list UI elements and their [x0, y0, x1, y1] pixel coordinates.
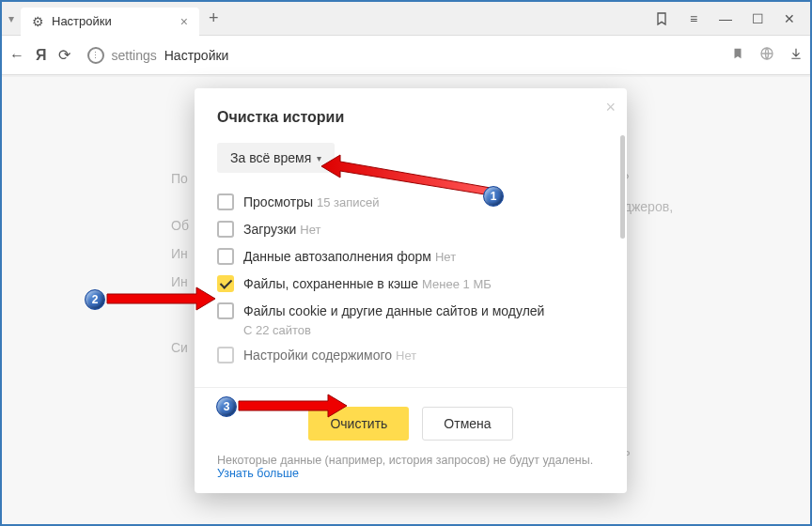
option-content-settings[interactable]: Настройки содержимогоНет [217, 347, 595, 364]
reload-button[interactable]: ⟳ [58, 46, 70, 64]
option-autofill[interactable]: Данные автозаполнения формНет [217, 248, 595, 266]
bg-text: Ин [171, 246, 188, 261]
bg-text: Об [171, 218, 189, 233]
chevron-down-icon: ▾ [317, 153, 321, 163]
window-titlebar: ▾ ⚙ Настройки × + ≡ — ☐ ✕ [2, 2, 810, 36]
checkbox[interactable] [217, 275, 234, 292]
bg-text: Си [171, 340, 188, 355]
dialog-close-button[interactable]: × [605, 98, 616, 117]
checkbox[interactable] [217, 193, 234, 210]
address-text-2: Настройки [164, 48, 229, 63]
browser-tab[interactable]: ⚙ Настройки × [21, 8, 199, 36]
maximize-button[interactable]: ☐ [744, 6, 771, 32]
tab-title: Настройки [52, 14, 112, 28]
bg-text: Ин [171, 274, 188, 289]
back-button[interactable]: ← [9, 47, 24, 64]
gear-icon: ⚙ [32, 14, 44, 29]
cancel-button[interactable]: Отмена [422, 407, 512, 441]
checkbox[interactable] [217, 221, 234, 238]
bookmarks-button[interactable] [648, 6, 675, 32]
checkbox[interactable] [217, 347, 234, 364]
bookmark-page-button[interactable] [731, 47, 744, 63]
tab-stack-icon[interactable]: ▾ [2, 2, 21, 35]
site-info-icon[interactable]: ⋮ [87, 47, 104, 64]
tab-close-icon[interactable]: × [180, 14, 188, 29]
option-cache[interactable]: Файлы, сохраненные в кэшеМенее 1 МБ [217, 275, 595, 293]
downloads-button[interactable] [789, 47, 803, 63]
address-text-1: settings [112, 48, 157, 63]
clear-options-list: Просмотры15 записей ЗагрузкиНет Данные а… [217, 193, 604, 364]
dialog-scrollbar[interactable] [619, 135, 625, 418]
clear-button[interactable]: Очистить [308, 407, 409, 441]
checkbox[interactable] [217, 302, 234, 319]
option-cookies-hint: С 22 сайтов [243, 323, 595, 337]
translate-button[interactable] [759, 46, 774, 64]
option-cookies[interactable]: Файлы cookie и другие данные сайтов и мо… [217, 302, 595, 319]
option-views[interactable]: Просмотры15 записей [217, 193, 595, 211]
annotation-badge-1: 1 [483, 186, 504, 207]
time-range-label: За всё время [230, 150, 311, 165]
annotation-badge-3: 3 [216, 396, 237, 417]
new-tab-button[interactable]: + [199, 8, 228, 28]
close-button[interactable]: ✕ [776, 6, 803, 32]
checkbox[interactable] [217, 248, 234, 265]
dialog-title: Очистка истории [217, 109, 604, 126]
yandex-home-button[interactable]: Я [36, 47, 47, 64]
minimize-button[interactable]: — [712, 6, 739, 32]
annotation-badge-2: 2 [85, 289, 105, 310]
address-bar[interactable]: ⋮ settings Настройки [82, 43, 235, 68]
browser-toolbar: ← Я ⟳ ⋮ settings Настройки [2, 36, 810, 75]
bg-text: По [171, 171, 188, 186]
dialog-note: Некоторые данные (например, история запр… [195, 454, 627, 493]
option-downloads[interactable]: ЗагрузкиНет [217, 221, 595, 239]
clear-history-dialog: × Очистка истории За всё время ▾ Просмот… [195, 88, 627, 493]
time-range-dropdown[interactable]: За всё время ▾ [217, 143, 335, 173]
learn-more-link[interactable]: Узнать больше [217, 467, 299, 480]
menu-button[interactable]: ≡ [680, 6, 707, 32]
